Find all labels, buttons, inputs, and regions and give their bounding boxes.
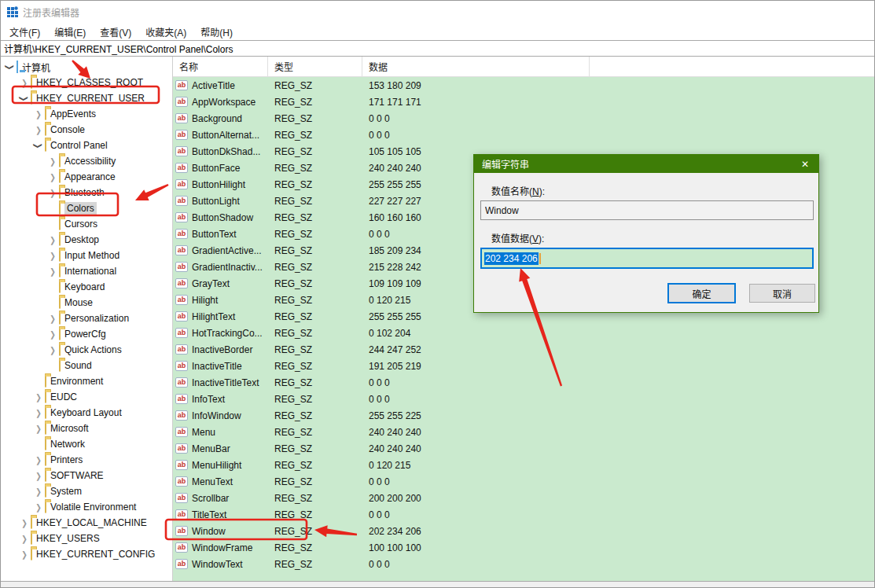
chevron-right-icon[interactable]: ❯	[47, 266, 58, 276]
value-row-buttonalternat[interactable]: abButtonAlternat...REG_SZ0 0 0	[173, 127, 874, 143]
chevron-right-icon[interactable]: ❯	[33, 487, 44, 496]
tree-item-hkey-users[interactable]: ❯HKEY_USERS	[1, 531, 172, 546]
value-row-windowframe[interactable]: abWindowFrameREG_SZ100 100 100	[173, 539, 874, 556]
chevron-right-icon[interactable]: ❯	[47, 235, 58, 244]
tree-item-eudc[interactable]: ❯EUDC	[1, 389, 172, 405]
tree-item-mouse[interactable]: Mouse	[1, 295, 172, 311]
tree-item-hkey-classes-root[interactable]: ❯HKEY_CLASSES_ROOT	[1, 75, 172, 90]
value-name-input[interactable]	[480, 200, 814, 220]
tree-item-console[interactable]: ❯Console	[1, 122, 172, 138]
tree-item-microsoft[interactable]: ❯Microsoft	[1, 421, 172, 436]
chevron-right-icon[interactable]: ❯	[33, 502, 44, 512]
chevron-right-icon[interactable]: ❯	[47, 329, 58, 339]
chevron-right-icon[interactable]: ❯	[33, 125, 44, 134]
chevron-right-icon[interactable]: ❯	[33, 424, 44, 433]
chevron-right-icon[interactable]: ❯	[33, 109, 44, 119]
value-row-menu[interactable]: abMenuREG_SZ240 240 240	[173, 424, 874, 440]
value-row-menuhilight[interactable]: abMenuHilightREG_SZ0 120 215	[173, 457, 874, 473]
chevron-down-icon[interactable]: ❯	[34, 140, 43, 151]
reg-sz-icon: ab	[175, 427, 188, 437]
value-row-menutext[interactable]: abMenuTextREG_SZ0 0 0	[173, 473, 874, 490]
value-row-windowtext[interactable]: abWindowTextREG_SZ0 0 0	[173, 556, 874, 572]
value-row-activetitle[interactable]: abActiveTitleREG_SZ153 180 209	[173, 77, 874, 94]
tree-item-label: Volatile Environment	[50, 502, 136, 513]
chevron-right-icon[interactable]: ❯	[33, 392, 44, 402]
tree-item-desktop[interactable]: ❯Desktop	[1, 232, 172, 248]
menu-item-帮助-h[interactable]: 帮助(H)	[193, 23, 240, 41]
value-row-scrollbar[interactable]: abScrollbarREG_SZ200 200 200	[173, 490, 874, 506]
tree-item-network[interactable]: Network	[1, 436, 172, 452]
tree-item-control-panel[interactable]: ❯Control Panel	[1, 138, 172, 153]
chevron-right-icon[interactable]: ❯	[33, 455, 44, 465]
value-data-input[interactable]: 202 234 206	[480, 248, 814, 269]
tree-item-volatile-environment[interactable]: ❯Volatile Environment	[1, 499, 172, 515]
tree-item-input-method[interactable]: ❯Input Method	[1, 248, 172, 263]
tree-item-计算机[interactable]: ❯计算机	[1, 59, 172, 75]
chevron-right-icon[interactable]: ❯	[19, 549, 30, 559]
tree-item-cursors[interactable]: Cursors	[1, 216, 172, 232]
column-header-type[interactable]: 类型	[268, 57, 362, 76]
value-type: REG_SZ	[268, 163, 362, 174]
tree-item-appearance[interactable]: ❯Appearance	[1, 169, 172, 185]
value-row-titletext[interactable]: abTitleTextREG_SZ0 0 0	[173, 506, 874, 523]
tree-item-printers[interactable]: ❯Printers	[1, 452, 172, 468]
chevron-right-icon[interactable]: ❯	[47, 172, 58, 182]
chevron-right-icon[interactable]: ❯	[47, 314, 58, 323]
tree-item-keyboard[interactable]: Keyboard	[1, 279, 172, 295]
tree-item-environment[interactable]: Environment	[1, 373, 172, 389]
reg-sz-icon: ab	[175, 262, 188, 272]
column-header-name[interactable]: 名称	[173, 57, 268, 76]
menu-item-查看-v[interactable]: 查看(V)	[93, 23, 138, 41]
tree-item-appevents[interactable]: ❯AppEvents	[1, 106, 172, 122]
chevron-right-icon[interactable]: ❯	[47, 345, 58, 355]
tree-item-keyboard-layout[interactable]: ❯Keyboard Layout	[1, 405, 172, 421]
value-row-window[interactable]: abWindowREG_SZ202 234 206	[173, 523, 874, 539]
chevron-right-icon[interactable]: ❯	[19, 78, 30, 87]
reg-sz-icon: ab	[175, 113, 188, 123]
value-row-inactiveborder[interactable]: abInactiveBorderREG_SZ244 247 252	[173, 341, 874, 358]
tree-item-powercfg[interactable]: ❯PowerCfg	[1, 326, 172, 342]
chevron-right-icon[interactable]: ❯	[47, 251, 58, 260]
tree-item-sound[interactable]: Sound	[1, 358, 172, 373]
chevron-right-icon[interactable]: ❯	[33, 471, 44, 480]
cancel-button[interactable]: 取消	[749, 284, 815, 303]
chevron-right-icon[interactable]: ❯	[19, 534, 30, 543]
tree-item-personalization[interactable]: ❯Personalization	[1, 311, 172, 326]
tree-item-colors[interactable]: Colors	[1, 200, 172, 216]
menu-item-文件-f[interactable]: 文件(F)	[2, 23, 47, 41]
tree-item-hkey-current-user[interactable]: ❯HKEY_CURRENT_USER	[1, 90, 172, 106]
tree-item-bluetooth[interactable]: ❯Bluetooth	[1, 185, 172, 200]
tree-item-hkey-current-config[interactable]: ❯HKEY_CURRENT_CONFIG	[1, 546, 172, 562]
reg-sz-icon: ab	[175, 443, 188, 454]
value-row-infowindow[interactable]: abInfoWindowREG_SZ255 255 225	[173, 407, 874, 424]
tree-item-international[interactable]: ❯International	[1, 263, 172, 279]
ok-button[interactable]: 确定	[667, 283, 736, 303]
folder-icon	[31, 533, 32, 544]
chevron-down-icon[interactable]: ❯	[20, 93, 29, 104]
value-row-menubar[interactable]: abMenuBarREG_SZ240 240 240	[173, 440, 874, 457]
value-row-inactivetitle[interactable]: abInactiveTitleREG_SZ191 205 219	[173, 358, 874, 374]
value-row-infotext[interactable]: abInfoTextREG_SZ0 0 0	[173, 391, 874, 407]
address-input[interactable]	[1, 41, 874, 56]
tree-item-hkey-local-machine[interactable]: ❯HKEY_LOCAL_MACHINE	[1, 515, 172, 531]
chevron-down-icon[interactable]: ❯	[6, 61, 15, 72]
tree-item-quick-actions[interactable]: ❯Quick Actions	[1, 342, 172, 358]
value-data: 240 240 240	[362, 443, 590, 454]
value-row-inactivetitletext[interactable]: abInactiveTitleTextREG_SZ0 0 0	[173, 374, 874, 391]
value-row-hottrackingco[interactable]: abHotTrackingCo...REG_SZ0 102 204	[173, 325, 874, 341]
chevron-right-icon[interactable]: ❯	[33, 408, 44, 417]
menu-item-收藏夹-a[interactable]: 收藏夹(A)	[138, 23, 193, 41]
menu-item-编辑-e[interactable]: 编辑(E)	[47, 23, 93, 41]
tree-item-software[interactable]: ❯SOFTWARE	[1, 468, 172, 483]
chevron-right-icon[interactable]: ❯	[47, 156, 58, 166]
value-row-appworkspace[interactable]: abAppWorkspaceREG_SZ171 171 171	[173, 94, 874, 110]
column-header-data[interactable]: 数据	[362, 57, 590, 76]
chevron-right-icon[interactable]: ❯	[47, 188, 58, 197]
tree-item-label: Microsoft	[50, 423, 89, 434]
value-row-background[interactable]: abBackgroundREG_SZ0 0 0	[173, 110, 874, 127]
close-icon[interactable]: ✕	[792, 159, 818, 170]
tree-item-system[interactable]: ❯System	[1, 483, 172, 499]
tree-item-accessibility[interactable]: ❯Accessibility	[1, 153, 172, 169]
value-data-label: 数值数据(V):	[491, 231, 818, 244]
chevron-right-icon[interactable]: ❯	[19, 518, 30, 527]
